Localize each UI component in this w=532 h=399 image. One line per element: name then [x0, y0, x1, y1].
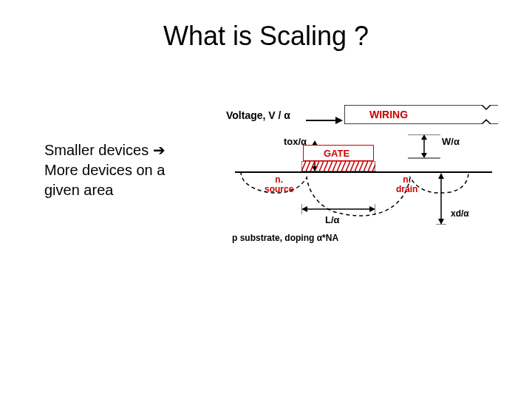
svg-marker-20: [438, 219, 444, 225]
nsource-top: n.: [275, 174, 283, 185]
gate-label: GATE: [324, 148, 349, 159]
w-label: W/α: [442, 136, 460, 147]
wiring-box-icon: [344, 105, 498, 124]
n-source-label: n. source: [265, 175, 293, 194]
xd-label: xd/α: [451, 208, 469, 219]
svg-marker-1: [335, 117, 343, 124]
l-dimension-icon: [301, 204, 375, 214]
voltage-arrow-icon: [306, 115, 343, 126]
voltage-label: Voltage, V / α: [226, 109, 290, 121]
n-drain-label: n. drain: [396, 175, 417, 194]
svg-marker-17: [369, 206, 375, 212]
slide-title: What is Scaling ?: [0, 21, 532, 52]
svg-marker-11: [421, 134, 427, 140]
mosfet-scaling-diagram: Voltage, V / α WIRING tox/α GATE W/α: [214, 103, 510, 266]
ndrain-top: n.: [403, 174, 411, 185]
substrate-label: p substrate, doping α*NA: [232, 233, 338, 243]
w-dimension-icon: [408, 134, 440, 161]
wiring-label: WIRING: [369, 109, 408, 120]
svg-marker-19: [438, 173, 444, 179]
slide-subtitle: Smaller devices ➔ More devices on a give…: [44, 140, 200, 200]
xd-dimension-icon: [436, 173, 446, 225]
ndrain-bot: drain: [396, 184, 417, 194]
svg-marker-16: [301, 206, 307, 212]
svg-marker-12: [421, 153, 427, 158]
l-label: L/α: [325, 214, 340, 225]
gate-oxide-hatching: [301, 161, 375, 171]
subtitle-line-1: Smaller devices ➔: [44, 142, 166, 158]
svg-rect-7: [301, 161, 375, 171]
subtitle-line-2: More devices on a: [44, 162, 165, 178]
nsource-bot: source: [265, 184, 293, 194]
subtitle-line-3: given area: [44, 182, 113, 198]
